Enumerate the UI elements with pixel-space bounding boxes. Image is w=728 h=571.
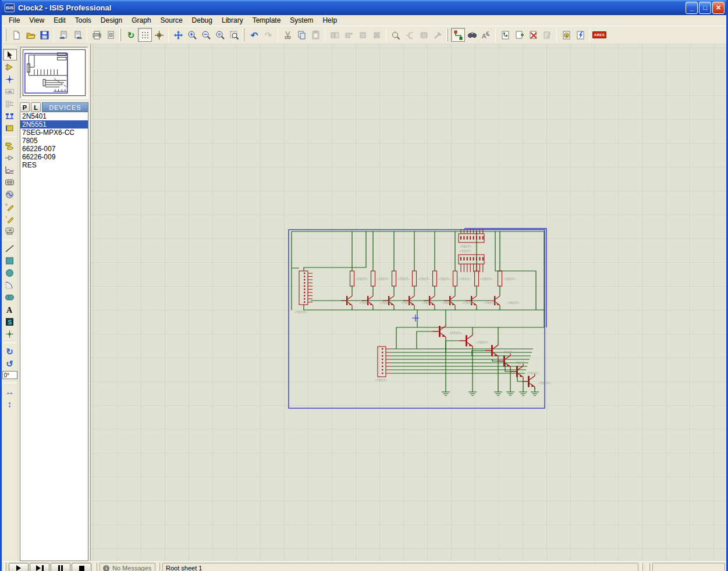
- zoom-out-button[interactable]: [199, 28, 213, 42]
- junction-dot-tool[interactable]: [3, 73, 17, 85]
- save-design-button[interactable]: [37, 28, 51, 42]
- connector-bottom[interactable]: [378, 347, 390, 377]
- titlebar[interactable]: ISIS Clock2 - ISIS Professional _ □ ✕: [2, 0, 726, 15]
- redraw-button[interactable]: ↻: [124, 28, 138, 42]
- menu-file[interactable]: File: [4, 16, 24, 25]
- design-explorer-button[interactable]: [498, 28, 512, 42]
- import-section-button[interactable]: [56, 28, 70, 42]
- goto-sheet-button[interactable]: [540, 28, 554, 42]
- menu-debug[interactable]: Debug: [187, 16, 217, 25]
- rotate-block-button[interactable]: [356, 28, 370, 42]
- wire-autorouter-button[interactable]: [451, 28, 465, 42]
- 2d-box-tool[interactable]: [3, 255, 17, 266]
- graph-tool[interactable]: [3, 164, 17, 176]
- rotation-angle-input[interactable]: [2, 371, 17, 379]
- print-button[interactable]: [90, 28, 104, 42]
- wire-label-tool[interactable]: LBL: [3, 85, 17, 97]
- output-transistors[interactable]: [432, 324, 535, 389]
- search-tag-button[interactable]: [465, 28, 479, 42]
- toggle-grid-button[interactable]: [138, 28, 152, 42]
- open-design-button[interactable]: [23, 28, 37, 42]
- minimize-button[interactable]: _: [686, 2, 698, 14]
- tape-recorder-tool[interactable]: [3, 176, 17, 188]
- library-manager-button[interactable]: L: [31, 102, 41, 112]
- text-script-tool[interactable]: [3, 98, 17, 109]
- menu-library[interactable]: Library: [217, 16, 248, 25]
- 2d-circle-tool[interactable]: [3, 267, 17, 279]
- voltage-probe-tool[interactable]: V: [3, 201, 17, 212]
- 2d-text-tool[interactable]: A: [3, 304, 17, 315]
- electrical-rule-check-button[interactable]: [573, 28, 587, 42]
- buses-tool[interactable]: [3, 110, 17, 122]
- menu-edit[interactable]: Edit: [49, 16, 70, 25]
- menu-design[interactable]: Design: [96, 16, 127, 25]
- connector-left[interactable]: [299, 271, 312, 305]
- selection-pointer-tool[interactable]: [3, 49, 17, 60]
- zoom-area-button[interactable]: [227, 28, 241, 42]
- delete-block-button[interactable]: [370, 28, 383, 42]
- cut-button[interactable]: [280, 28, 294, 42]
- flip-horizontal-tool[interactable]: ↔: [3, 386, 17, 397]
- pan-button[interactable]: [171, 28, 185, 42]
- menu-tools[interactable]: Tools: [70, 16, 96, 25]
- device-list-item[interactable]: 7805: [20, 137, 88, 145]
- maximize-button[interactable]: □: [699, 2, 711, 14]
- 2d-symbols-tool[interactable]: S: [3, 316, 17, 327]
- rotate-anticlockwise-tool[interactable]: ↺: [3, 358, 17, 369]
- zoom-all-button[interactable]: [213, 28, 227, 42]
- stop-button[interactable]: [72, 563, 91, 571]
- export-section-button[interactable]: [70, 28, 84, 42]
- netlist-to-ares-button[interactable]: ARES: [592, 28, 606, 42]
- terminals-tool[interactable]: [3, 140, 17, 151]
- device-list-item-selected[interactable]: 2N5551: [20, 120, 88, 129]
- origin-button[interactable]: [152, 28, 166, 42]
- device-list-item[interactable]: 66226-007: [20, 145, 88, 153]
- menu-view[interactable]: View: [24, 16, 49, 25]
- undo-button[interactable]: ↶: [247, 28, 261, 42]
- bill-of-materials-button[interactable]: $: [559, 28, 573, 42]
- device-pins-tool[interactable]: [3, 152, 17, 163]
- menu-source[interactable]: Source: [156, 16, 187, 25]
- new-sheet-button[interactable]: [512, 28, 526, 42]
- move-block-button[interactable]: [342, 28, 356, 42]
- make-device-button[interactable]: [403, 28, 417, 42]
- copy-block-button[interactable]: [328, 28, 342, 42]
- zoom-in-button[interactable]: [185, 28, 199, 42]
- flip-vertical-tool[interactable]: ↕: [3, 398, 17, 409]
- 2d-closed-path-tool[interactable]: [3, 291, 17, 303]
- pause-button[interactable]: [51, 563, 70, 571]
- 2d-line-tool[interactable]: [3, 242, 17, 254]
- new-document-button[interactable]: [9, 28, 23, 42]
- mark-output-area-button[interactable]: [104, 28, 118, 42]
- rotate-clockwise-tool[interactable]: ↻: [3, 345, 17, 357]
- 2d-markers-tool[interactable]: [3, 328, 17, 340]
- remove-sheet-button[interactable]: [526, 28, 540, 42]
- pick-parts-button[interactable]: [389, 28, 403, 42]
- device-list-item[interactable]: 2N5401: [20, 112, 88, 120]
- play-button[interactable]: [9, 563, 29, 571]
- connector-top-2[interactable]: [459, 255, 484, 272]
- device-list-item[interactable]: 7SEG-MPX6-CC: [20, 129, 88, 137]
- decompose-button[interactable]: [431, 28, 445, 42]
- ground-terminals[interactable]: [442, 388, 539, 395]
- step-button[interactable]: [30, 563, 49, 571]
- virtual-instruments-tool[interactable]: [3, 225, 17, 237]
- current-probe-tool[interactable]: I: [3, 213, 17, 224]
- paste-button[interactable]: [308, 28, 322, 42]
- subcircuit-tool[interactable]: [3, 122, 17, 134]
- pick-devices-button[interactable]: P: [20, 102, 30, 112]
- menu-template[interactable]: Template: [248, 16, 286, 25]
- 2d-arc-tool[interactable]: [3, 279, 17, 291]
- device-list-item[interactable]: RES: [20, 161, 88, 169]
- menu-help[interactable]: Help: [318, 16, 342, 25]
- packaging-tool-button[interactable]: [417, 28, 431, 42]
- menu-graph[interactable]: Graph: [127, 16, 155, 25]
- generator-tool[interactable]: [3, 188, 17, 200]
- device-list-item[interactable]: 66226-009: [20, 153, 88, 161]
- close-button[interactable]: ✕: [712, 2, 725, 14]
- copy-button[interactable]: [294, 28, 308, 42]
- property-assignment-button[interactable]: A: [479, 28, 493, 42]
- editing-window[interactable]: <TEXT> <TEXT> <TEXT> <TEXT> <TEXT> <TEXT…: [90, 44, 726, 561]
- overview-window[interactable]: [20, 47, 88, 99]
- component-tool[interactable]: [3, 61, 17, 73]
